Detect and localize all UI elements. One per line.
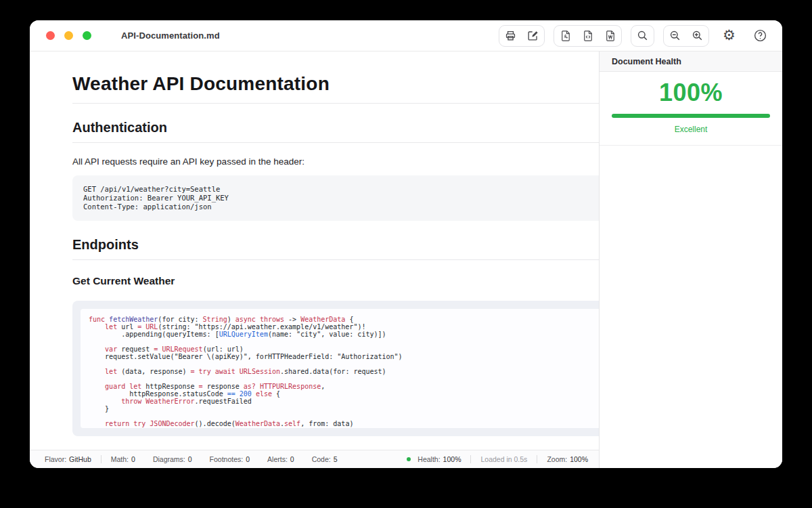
export-pdf-icon[interactable] bbox=[554, 26, 577, 46]
status-footnotes: Footnotes: 0 bbox=[210, 455, 250, 463]
printer-icon[interactable] bbox=[499, 26, 522, 46]
code-line: guard let httpResponse = response as? HT… bbox=[89, 383, 599, 390]
status-alerts: Alerts: 0 bbox=[267, 455, 294, 463]
code-line: request.setValue("Bearer \(apiKey)", for… bbox=[89, 353, 599, 360]
code-line: return try JSONDecoder().decode(WeatherD… bbox=[89, 420, 599, 427]
maximize-window-button[interactable] bbox=[83, 31, 91, 40]
health-status-dot bbox=[407, 457, 411, 461]
status-separator bbox=[537, 455, 537, 463]
health-progress-bar bbox=[612, 114, 770, 118]
markdown-preview[interactable]: Weather API Documentation Authentication… bbox=[30, 51, 599, 450]
health-summary: 100% Excellent bbox=[600, 72, 782, 146]
get-current-weather-heading: Get Current Weather bbox=[72, 275, 599, 287]
zoom-group bbox=[663, 25, 709, 47]
document-health-panel: Document Health 100% Excellent bbox=[599, 51, 782, 468]
document-health-header: Document Health bbox=[600, 51, 782, 72]
code-line bbox=[89, 375, 599, 383]
health-percent: 100% bbox=[612, 79, 770, 107]
zoom-out-icon[interactable] bbox=[664, 26, 686, 46]
code-line: let url = URL(string: "https://api.weath… bbox=[89, 323, 599, 331]
swift-code-block: func fetchWeather(for city: String) asyn… bbox=[72, 301, 599, 436]
divider bbox=[72, 142, 599, 143]
app-window: API-Documentation.md bbox=[30, 20, 782, 468]
divider bbox=[72, 259, 599, 260]
status-math: Math: 0 bbox=[111, 455, 135, 463]
http-code-block: GET /api/v1/weather?city=Seattle Authori… bbox=[72, 175, 599, 221]
status-bar: Flavor: GitHub Math: 0 Diagrams: 0 Footn… bbox=[30, 450, 599, 468]
export-group bbox=[554, 25, 622, 47]
code-line: let (data, response) = try await URLSess… bbox=[89, 368, 599, 375]
search-group bbox=[631, 25, 654, 47]
code-line: .appending(queryItems: [URLQueryItem(nam… bbox=[89, 331, 599, 338]
window-title: API-Documentation.md bbox=[121, 30, 220, 41]
code-line: throw WeatherError.requestFailed bbox=[89, 398, 599, 405]
status-health: Health: 100% bbox=[407, 455, 461, 463]
zoom-in-icon[interactable] bbox=[686, 26, 708, 46]
status-code-count: Code: 5 bbox=[312, 455, 338, 463]
export-html-icon[interactable] bbox=[577, 26, 599, 46]
toolbar: ⚙ bbox=[499, 25, 771, 47]
export-word-icon[interactable] bbox=[599, 26, 621, 46]
code-line: httpResponse.statusCode == 200 else { bbox=[89, 390, 599, 398]
title-bar: API-Documentation.md bbox=[30, 20, 782, 51]
auth-paragraph: All API requests require an API key pass… bbox=[72, 156, 599, 167]
settings-gear-icon[interactable]: ⚙ bbox=[718, 26, 740, 46]
status-flavor[interactable]: Flavor: GitHub bbox=[45, 455, 91, 463]
page-title: Weather API Documentation bbox=[72, 73, 599, 95]
status-zoom[interactable]: Zoom: 100% bbox=[547, 455, 588, 463]
code-line bbox=[89, 412, 599, 420]
minimize-window-button[interactable] bbox=[64, 31, 73, 40]
search-icon[interactable] bbox=[631, 26, 654, 46]
edit-icon[interactable] bbox=[522, 26, 544, 46]
status-diagrams: Diagrams: 0 bbox=[153, 455, 192, 463]
swift-code-inner: func fetchWeather(for city: String) asyn… bbox=[81, 309, 599, 428]
code-line bbox=[89, 360, 599, 368]
code-line: } bbox=[89, 427, 599, 428]
print-edit-group bbox=[499, 25, 545, 47]
traffic-lights bbox=[46, 31, 91, 40]
code-line: func fetchWeather(for city: String) asyn… bbox=[89, 316, 599, 323]
status-load-time: Loaded in 0.5s bbox=[480, 455, 527, 463]
help-icon[interactable] bbox=[749, 26, 771, 46]
close-window-button[interactable] bbox=[46, 31, 55, 40]
code-line bbox=[89, 338, 599, 345]
code-line: } bbox=[89, 405, 599, 412]
endpoints-heading: Endpoints bbox=[72, 237, 599, 253]
code-line: var request = URLRequest(url: url) bbox=[89, 345, 599, 353]
status-separator bbox=[101, 455, 102, 463]
health-rating-label: Excellent bbox=[612, 125, 770, 134]
authentication-heading: Authentication bbox=[72, 120, 599, 135]
status-separator bbox=[470, 455, 471, 463]
divider bbox=[72, 103, 599, 104]
